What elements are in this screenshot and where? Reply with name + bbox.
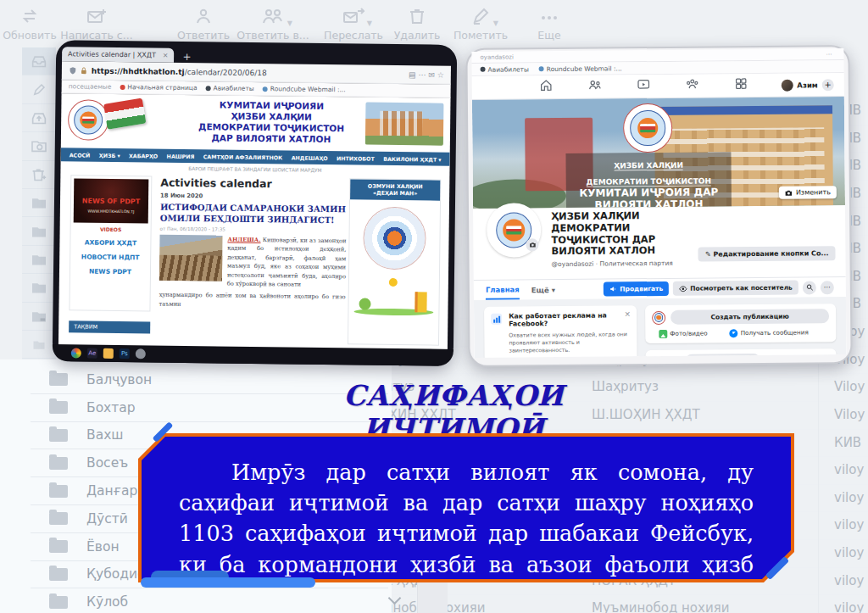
page-name: ҲИЗБИ ХАЛҚИИ ДЕМОКРАТИИ ТОҶИКИСТОН ДАР В…: [551, 210, 687, 259]
folder-icon[interactable]: [22, 217, 56, 245]
close-icon[interactable]: ×: [625, 309, 632, 318]
sent-folder-icon[interactable]: [22, 104, 56, 132]
gaming-icon[interactable]: [735, 77, 748, 93]
search-icon[interactable]: [803, 281, 816, 294]
bookmark-item[interactable]: Roundcube Webmail :...: [263, 85, 346, 93]
edit-button-button[interactable]: ✎ Редактирование кнопки Со...: [698, 246, 836, 261]
ad-card-body: Охватите всех нужных людей, когда они пр…: [509, 331, 629, 354]
view-as-visitor-button[interactable]: Посмотреть как посетитель: [673, 281, 798, 296]
page-content: Как работает реклама на Facebook? × Охва…: [474, 297, 847, 358]
bookmark-item[interactable]: посещаемые: [69, 82, 112, 91]
friends-icon[interactable]: [588, 79, 602, 95]
folder-icon[interactable]: [22, 246, 56, 274]
tree-icon: [359, 298, 370, 310]
new-tab-button[interactable]: +: [182, 51, 191, 63]
page-actions: Продвигать Посмотреть как посетитель ⋯: [604, 280, 834, 296]
more-button[interactable]: Еще: [532, 3, 566, 42]
nav-item[interactable]: НАШРИЯ: [167, 153, 195, 159]
compose-icon: [86, 3, 108, 29]
nav-item[interactable]: ИНТИХОБОТ: [337, 155, 375, 162]
videos-label[interactable]: VIDEOS: [74, 226, 148, 232]
party-emblem-logo: [68, 99, 109, 141]
bookmark-item[interactable]: Начальная страница: [120, 83, 197, 92]
cover-photo[interactable]: ҲИЗБИ ХАЛҚИИ ДЕМОКРАТИИ ТОҶИКИСТОН КУМИТ…: [472, 97, 845, 209]
nav-item[interactable]: АНДЕШАҲО: [292, 154, 328, 161]
edit-cover-button[interactable]: Изменить: [779, 186, 837, 199]
party-emblem-logo: [623, 103, 673, 153]
after-effects-icon[interactable]: Ae: [87, 348, 97, 359]
news-card: NEWS OF PDPT WWW.HHDTKHATLON.TJ VIDEOS А…: [69, 175, 152, 311]
delete-button[interactable]: Удалить: [393, 3, 441, 42]
reply-all-button[interactable]: ▼ Ответить в...: [241, 3, 305, 42]
promote-button[interactable]: Продвигать: [604, 281, 669, 297]
groups-icon[interactable]: [686, 78, 699, 94]
bookmark-item[interactable]: Roundcube Webmail :...: [539, 64, 622, 73]
site-navbar: АСОСӢ ҲИЗБ ▾ ХАБАРҲО НАШРИЯ САМТҲОИ АФЗА…: [61, 148, 450, 166]
article-byline: от Пан, 06/18/2020 - 17:35: [160, 226, 347, 234]
app-icon[interactable]: [136, 348, 146, 359]
more-create-options[interactable]: ⋯: [765, 355, 785, 358]
create-plus-button[interactable]: +: [822, 79, 834, 91]
bookmark-favicon: [481, 67, 486, 72]
browser-window-party-site: Activities calendar | ҲХДТ × + https://h…: [53, 40, 458, 366]
bookmark-item[interactable]: Авиабилеты: [481, 65, 529, 73]
tab-more[interactable]: Ещё ▾: [531, 280, 555, 299]
forward-button[interactable]: ▼ Переслать: [326, 3, 381, 42]
ads-info-card: Как работает реклама на Facebook? × Охва…: [484, 305, 637, 358]
post-composer-card: Создать публикацию Фото/видео Получать с…: [645, 304, 836, 343]
contest-title[interactable]: ОЗМУНИ ХАЛҚИИ «ДЕҲАИ МАН»: [350, 179, 440, 200]
nav-item[interactable]: САМТҲОИ АФЗАЛИЯТНОК: [203, 153, 283, 160]
tab-main[interactable]: Главная: [486, 280, 520, 299]
drafts-folder-icon[interactable]: [22, 75, 56, 103]
mail-cell-3: viloy: [834, 600, 864, 613]
pane-splitter[interactable]: [417, 582, 448, 613]
bookmark-item[interactable]: Авиабилеты: [206, 84, 254, 92]
lock-icon: [81, 66, 87, 75]
get-messages-button[interactable]: Получать сообщения: [730, 328, 809, 337]
trash-folder-icon[interactable]: [22, 161, 56, 189]
create-actions-card: Создать Прямой эфир ⋯: [645, 348, 836, 358]
nav-item[interactable]: АСОСӢ: [70, 152, 91, 158]
urlbar-action-icons[interactable]: ⋯: [826, 51, 835, 58]
browser-tab[interactable]: Activities calendar | ҲХДТ ×: [62, 47, 175, 63]
refresh-button[interactable]: Обновить: [5, 3, 54, 42]
folder-icon[interactable]: [22, 189, 56, 217]
edit-avatar-camera-icon[interactable]: [526, 238, 538, 251]
more-options-icon[interactable]: ⋯: [821, 281, 834, 294]
photoshop-icon[interactable]: Ps: [120, 348, 130, 359]
mail-cell-2: Муъминобод нохияи: [592, 600, 729, 613]
refresh-icon: [19, 3, 40, 29]
compose-button[interactable]: Написать с...: [66, 3, 127, 42]
news-link[interactable]: АХБОРИ ҲХДТ: [73, 238, 147, 247]
folder-row[interactable]: Кӯлоб: [31, 588, 388, 613]
calendar-section-bar[interactable]: ТАҚВИМ: [69, 320, 150, 333]
photo-video-button[interactable]: Фото/видео: [659, 330, 707, 339]
nav-item[interactable]: ВАКИЛОНИ ҲХДТ ▾: [383, 155, 441, 162]
news-thumbnail[interactable]: NEWS OF PDPT WWW.HHDTKHATLON.TJ: [74, 178, 149, 223]
folder-minus-icon[interactable]: [22, 303, 56, 331]
nav-item[interactable]: ХАБАРҲО: [129, 153, 158, 159]
bookmark-favicon: [539, 67, 544, 72]
folder-icon[interactable]: [22, 331, 56, 359]
create-post-input[interactable]: Создать публикацию: [670, 309, 829, 325]
mail-cell-3: КИВ: [834, 435, 861, 450]
mark-icon: ▼: [470, 3, 491, 29]
article-title: Activities calendar: [160, 176, 347, 192]
tab-close-icon[interactable]: ×: [163, 52, 169, 59]
watch-icon[interactable]: [637, 78, 650, 94]
live-video-button[interactable]: Прямой эфир: [686, 354, 760, 358]
explorer-folder-icon[interactable]: [103, 348, 114, 359]
home-icon[interactable]: [540, 79, 553, 95]
account-menu[interactable]: Азим +: [781, 79, 834, 92]
news-link[interactable]: NEWS PDPT: [73, 267, 147, 276]
news-link[interactable]: НОВОСТИ НДПТ: [73, 253, 147, 261]
start-icon[interactable]: [71, 348, 81, 358]
inbox-folder-icon[interactable]: [22, 47, 56, 75]
reply-button[interactable]: Ответить: [178, 3, 229, 42]
mark-button[interactable]: ▼ Пометить: [453, 3, 509, 42]
junk-folder-icon[interactable]: [22, 132, 56, 160]
article-heading[interactable]: ИСТИФОДАИ САМАРАНОКИ ЗАМИН ОМИЛИ БЕҲДОШТ…: [160, 203, 347, 226]
urlbar-action-icons[interactable]: ▤ ⋯ ✉ ☆: [409, 70, 444, 80]
nav-item[interactable]: ҲИЗБ ▾: [99, 152, 120, 158]
folder-icon[interactable]: [22, 274, 56, 302]
